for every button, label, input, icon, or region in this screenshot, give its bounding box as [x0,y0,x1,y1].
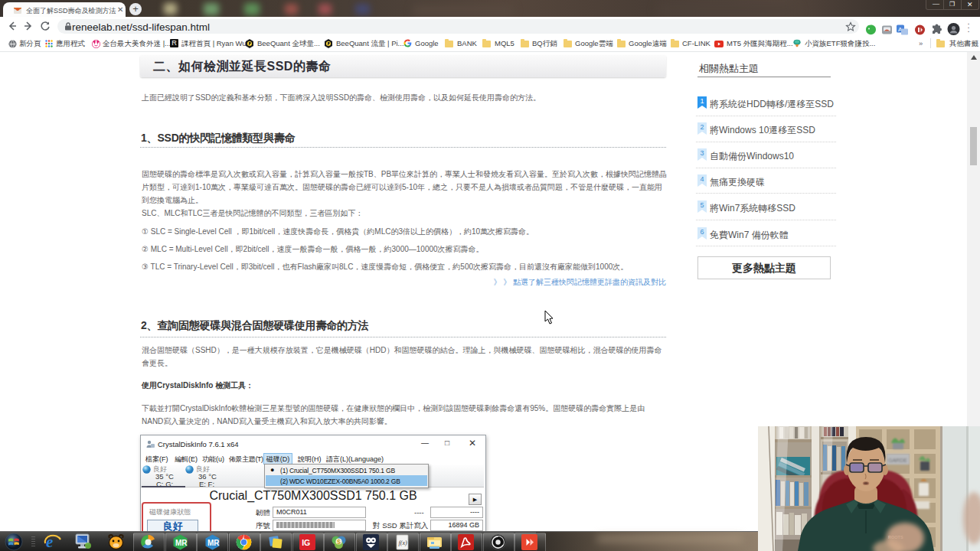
svg-text:$: $ [337,538,341,546]
svg-text:GARDE: GARDE [888,458,907,463]
svg-text:IG: IG [302,538,310,547]
svg-text:MR: MR [175,539,188,547]
svg-text:MR: MR [207,539,220,547]
svg-text:f(x): f(x) [399,540,407,546]
